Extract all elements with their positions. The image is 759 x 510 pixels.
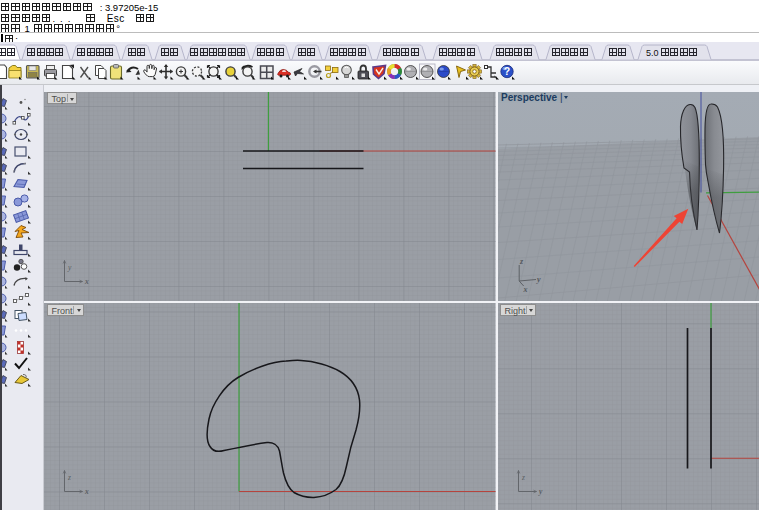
svg-text:x: x (522, 284, 527, 293)
svg-text:x: x (84, 487, 89, 496)
svg-text:z: z (521, 473, 525, 482)
svg-text:?: ? (504, 65, 510, 77)
svg-text:y: y (538, 487, 543, 496)
svg-text:y: y (67, 262, 72, 271)
svg-text:y: y (536, 275, 541, 284)
svg-text:x: x (84, 277, 89, 286)
svg-text:z: z (67, 473, 71, 482)
